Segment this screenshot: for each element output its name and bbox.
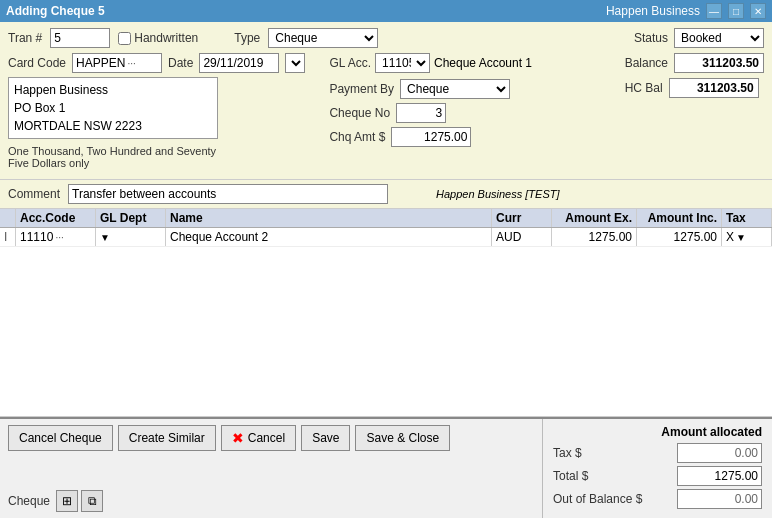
table-area: Acc.Code GL Dept Name Curr Amount Ex. Am… bbox=[0, 209, 772, 417]
address-box: Happen Business PO Box 1 MORTDALE NSW 22… bbox=[8, 77, 218, 139]
button-row: Cancel Cheque Create Similar ✖ Cancel Sa… bbox=[8, 425, 534, 451]
row-amount-ex: 1275.00 bbox=[552, 228, 637, 246]
amount-allocated-title: Amount allocated bbox=[553, 425, 762, 439]
balance-label: Balance bbox=[625, 56, 668, 70]
form-row-2: Card Code HAPPEN ··· Date ▼ Happen Busin… bbox=[8, 53, 764, 171]
gl-row: GL Acc. 11105 11110 Cheque Account 1 bbox=[329, 53, 532, 73]
form-area: Tran # Handwritten Type Cheque EFT Cash … bbox=[0, 22, 772, 180]
tab-icons-row: Cheque ⊞ ⧉ bbox=[8, 490, 534, 512]
table-row[interactable]: I 11110 ··· ▼ Cheque Account 2 AUD 1275.… bbox=[0, 228, 772, 247]
cheque-no-row: Cheque No bbox=[329, 103, 532, 123]
row-name: Cheque Account 2 bbox=[166, 228, 492, 246]
grid-icon: ⊞ bbox=[62, 494, 72, 508]
out-of-balance-value bbox=[677, 489, 762, 509]
col-name: Name bbox=[166, 209, 492, 227]
row-tax: X ▼ bbox=[722, 228, 772, 246]
tax-label: Tax $ bbox=[553, 446, 582, 460]
table-empty-space bbox=[0, 247, 772, 407]
tran-label: Tran # bbox=[8, 31, 42, 45]
tax-value bbox=[677, 443, 762, 463]
card-section: Card Code HAPPEN ··· Date ▼ Happen Busin… bbox=[8, 53, 305, 171]
chq-amt-input[interactable] bbox=[391, 127, 471, 147]
row-acc-ellipsis[interactable]: ··· bbox=[55, 232, 63, 243]
handwritten-group: Handwritten bbox=[118, 31, 198, 45]
payment-by-row: Payment By Cheque EFT bbox=[329, 79, 532, 99]
maximize-button[interactable]: □ bbox=[728, 3, 744, 19]
out-of-balance-label: Out of Balance $ bbox=[553, 492, 642, 506]
create-similar-button[interactable]: Create Similar bbox=[118, 425, 216, 451]
col-amount-inc: Amount Inc. bbox=[637, 209, 722, 227]
comment-input[interactable] bbox=[68, 184, 388, 204]
comment-section: Comment Happen Business [TEST] bbox=[0, 180, 772, 209]
tax-row: Tax $ bbox=[553, 443, 762, 463]
status-select[interactable]: Booked Pending Posted bbox=[674, 28, 764, 48]
cheque-account-label: Cheque Account 1 bbox=[434, 56, 532, 70]
row-indicator: I bbox=[0, 228, 16, 246]
row-acc-code: 11110 ··· bbox=[16, 228, 96, 246]
tab-label: Cheque bbox=[8, 494, 50, 508]
address-line2: PO Box 1 bbox=[14, 99, 212, 117]
handwritten-checkbox[interactable] bbox=[118, 32, 131, 45]
bottom-section: Cancel Cheque Create Similar ✖ Cancel Sa… bbox=[0, 417, 772, 518]
date-input[interactable] bbox=[199, 53, 279, 73]
row-gl-dropdown[interactable]: ▼ bbox=[100, 232, 110, 243]
grid-icon-button[interactable]: ⊞ bbox=[56, 490, 78, 512]
type-label: Type bbox=[234, 31, 260, 45]
gl-acc-label: GL Acc. bbox=[329, 56, 371, 70]
col-curr: Curr bbox=[492, 209, 552, 227]
hc-bal-label: HC Bal bbox=[625, 81, 663, 95]
payment-by-select[interactable]: Cheque EFT bbox=[400, 79, 510, 99]
totals-panel: Amount allocated Tax $ Total $ Out of Ba… bbox=[542, 419, 772, 518]
handwritten-label: Handwritten bbox=[134, 31, 198, 45]
balance-row: Balance bbox=[625, 53, 764, 73]
date-dropdown[interactable]: ▼ bbox=[285, 53, 305, 73]
type-select[interactable]: Cheque EFT Cash bbox=[268, 28, 378, 48]
chq-amt-label: Chq Amt $ bbox=[329, 130, 385, 144]
cheque-no-label: Cheque No bbox=[329, 106, 390, 120]
col-amount-ex: Amount Ex. bbox=[552, 209, 637, 227]
minimize-button[interactable]: — bbox=[706, 3, 722, 19]
status-label: Status bbox=[634, 31, 668, 45]
address-line3: MORTDALE NSW 2223 bbox=[14, 117, 212, 135]
bottom-left: Cancel Cheque Create Similar ✖ Cancel Sa… bbox=[0, 419, 542, 518]
row-tax-dropdown[interactable]: ▼ bbox=[736, 232, 746, 243]
row-gl-dept: ▼ bbox=[96, 228, 166, 246]
col-acc-code: Acc.Code bbox=[16, 209, 96, 227]
payment-by-label: Payment By bbox=[329, 82, 394, 96]
window-title: Adding Cheque 5 bbox=[6, 4, 105, 18]
chq-amt-row: Chq Amt $ bbox=[329, 127, 532, 147]
balance-value bbox=[674, 53, 764, 73]
date-label: Date bbox=[168, 56, 193, 70]
card-code-ellipsis[interactable]: ··· bbox=[127, 58, 135, 69]
hc-bal-row: HC Bal bbox=[625, 78, 764, 98]
cancel-cheque-button[interactable]: Cancel Cheque bbox=[8, 425, 113, 451]
cheque-no-input[interactable] bbox=[396, 103, 446, 123]
copy-icon: ⧉ bbox=[88, 494, 97, 508]
content-area: Tran # Handwritten Type Cheque EFT Cash … bbox=[0, 22, 772, 518]
address-line1: Happen Business bbox=[14, 81, 212, 99]
total-label: Total $ bbox=[553, 469, 588, 483]
copy-icon-button[interactable]: ⧉ bbox=[81, 490, 103, 512]
table-header: Acc.Code GL Dept Name Curr Amount Ex. Am… bbox=[0, 209, 772, 228]
close-button[interactable]: ✕ bbox=[750, 3, 766, 19]
out-of-balance-row: Out of Balance $ bbox=[553, 489, 762, 509]
gl-acc-select[interactable]: 11105 11110 bbox=[375, 53, 430, 73]
card-code-label: Card Code bbox=[8, 56, 66, 70]
save-close-button[interactable]: Save & Close bbox=[355, 425, 450, 451]
company-name: Happen Business bbox=[606, 4, 700, 18]
company-link[interactable]: Happen Business [TEST] bbox=[436, 188, 560, 200]
save-button[interactable]: Save bbox=[301, 425, 350, 451]
col-gl-dept: GL Dept bbox=[96, 209, 166, 227]
cancel-icon: ✖ bbox=[232, 430, 244, 446]
row-amount-inc: 1275.00 bbox=[637, 228, 722, 246]
tran-input[interactable] bbox=[50, 28, 110, 48]
hc-bal-value bbox=[669, 78, 759, 98]
comment-label: Comment bbox=[8, 187, 60, 201]
payment-section: GL Acc. 11105 11110 Cheque Account 1 Pay… bbox=[329, 53, 532, 151]
col-indicator bbox=[0, 209, 16, 227]
card-code-value: HAPPEN bbox=[76, 56, 125, 70]
row-curr: AUD bbox=[492, 228, 552, 246]
cancel-button[interactable]: ✖ Cancel bbox=[221, 425, 296, 451]
total-row: Total $ bbox=[553, 466, 762, 486]
total-value bbox=[677, 466, 762, 486]
